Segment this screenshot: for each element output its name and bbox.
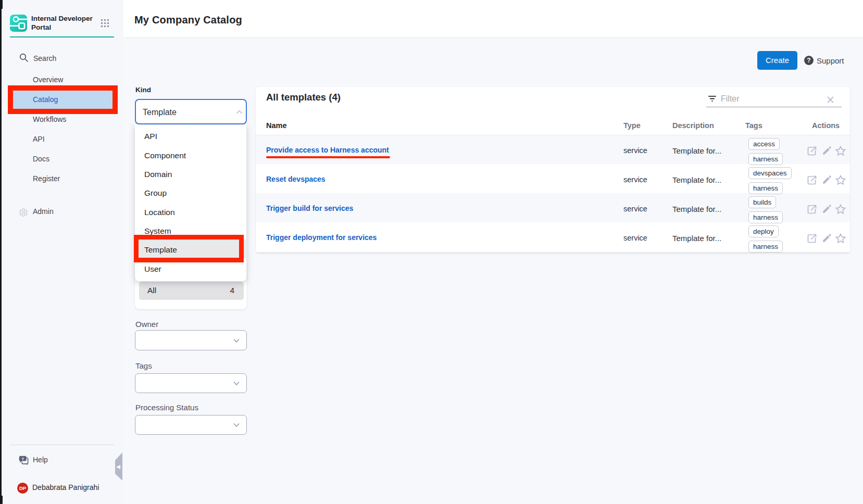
svg-text:?: ? bbox=[21, 457, 24, 461]
